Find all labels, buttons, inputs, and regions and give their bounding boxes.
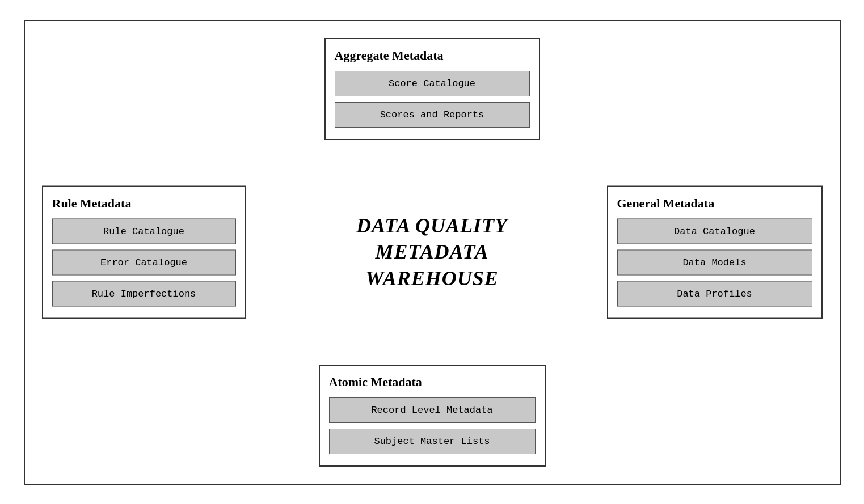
outer-border: DATA QUALITYMETADATAWAREHOUSE Aggregate … [24,20,841,485]
general-item-1: Data Models [617,249,812,275]
rule-metadata-title: Rule Metadata [52,196,236,210]
rule-metadata-box: Rule Metadata Rule Catalogue Error Catal… [42,185,246,319]
aggregate-item-0: Score Catalogue [335,71,530,96]
atomic-item-0: Record Level Metadata [329,397,536,423]
rule-item-2: Rule Imperfections [52,281,236,306]
diagram-container: DATA QUALITYMETADATAWAREHOUSE Aggregate … [25,21,840,484]
atomic-metadata-title: Atomic Metadata [329,375,536,389]
general-metadata-box: General Metadata Data Catalogue Data Mod… [607,185,823,319]
general-item-2: Data Profiles [617,281,812,306]
atomic-metadata-box: Atomic Metadata Record Level Metadata Su… [319,365,546,467]
atomic-item-1: Subject Master Lists [329,429,536,454]
aggregate-metadata-box: Aggregate Metadata Score Catalogue Score… [324,38,540,140]
general-metadata-title: General Metadata [617,196,812,210]
rule-item-0: Rule Catalogue [52,218,236,244]
aggregate-item-1: Scores and Reports [335,102,530,128]
center-label: DATA QUALITYMETADATAWAREHOUSE [356,212,508,291]
aggregate-metadata-title: Aggregate Metadata [335,48,530,63]
general-item-0: Data Catalogue [617,218,812,244]
rule-item-1: Error Catalogue [52,249,236,275]
